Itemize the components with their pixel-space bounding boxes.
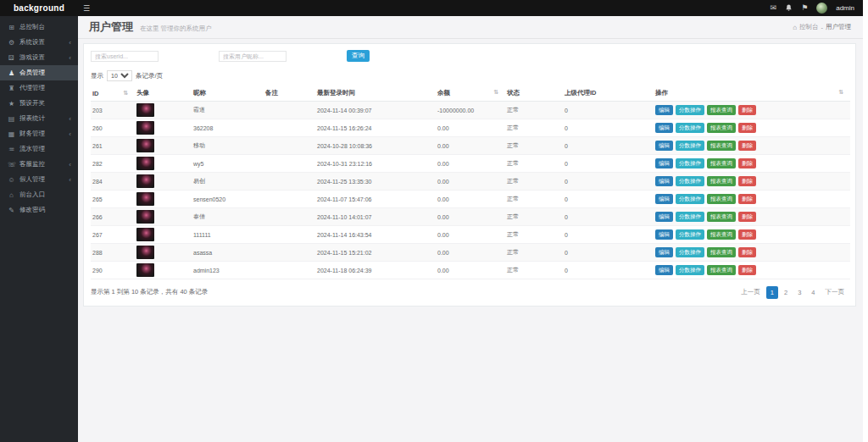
delete-button[interactable]: 删除 (738, 247, 756, 257)
score-operation-button[interactable]: 分数操作 (676, 229, 704, 240)
mail-icon[interactable]: ✉ (771, 4, 777, 12)
entrance-icon: ⌂ (8, 191, 15, 199)
report-query-button[interactable]: 报表查询 (707, 265, 736, 275)
score-operation-button[interactable]: 分数操作 (676, 158, 704, 169)
pagination-next[interactable]: 下一页 (821, 285, 849, 299)
sidebar-item-service[interactable]: ☏客服监控‹ (0, 157, 78, 172)
column-header[interactable]: ⇅ID (91, 86, 135, 102)
delete-button[interactable]: 删除 (738, 229, 756, 240)
score-operation-button[interactable]: 分数操作 (676, 141, 704, 151)
user-avatar-image (136, 263, 154, 277)
sidebar-item-agent[interactable]: ♜代理管理 (0, 80, 78, 96)
cell-agent-id: 0 (563, 155, 654, 173)
pagesize-select[interactable]: 10 (107, 70, 132, 81)
edit-button[interactable]: 编辑 (655, 176, 673, 186)
report-query-button[interactable]: 报表查询 (707, 123, 736, 133)
cell-status: 正常 (505, 119, 563, 137)
delete-button[interactable]: 删除 (738, 265, 756, 275)
delete-button[interactable]: 删除 (738, 105, 756, 115)
cell-agent-id: 0 (563, 102, 654, 119)
cell-balance: 0.00 (436, 119, 505, 137)
search-userid-input[interactable] (91, 51, 159, 62)
cell-nickname: 易创 (192, 173, 264, 191)
cell-remark (264, 226, 315, 244)
sidebar-item-password[interactable]: ✎修改密码 (0, 202, 78, 218)
report-query-button[interactable]: 报表查询 (707, 176, 736, 186)
delete-button[interactable]: 删除 (738, 158, 756, 169)
score-operation-button[interactable]: 分数操作 (676, 247, 704, 257)
search-row: 查询 (84, 44, 855, 67)
column-label: 余额 (437, 89, 450, 97)
sidebar-item-dashboard[interactable]: ⊞总控制台 (0, 19, 78, 35)
pagination-page-1[interactable]: 1 (766, 286, 778, 299)
cell-avatar (135, 173, 192, 191)
report-query-button[interactable]: 报表查询 (707, 212, 736, 222)
column-header[interactable]: ⇅操作 (654, 86, 850, 102)
delete-button[interactable]: 删除 (738, 123, 756, 133)
gear-icon: ⚙ (8, 39, 15, 47)
edit-button[interactable]: 编辑 (655, 212, 673, 222)
sidebar-item-game[interactable]: ⚄游戏设置‹ (0, 50, 78, 65)
sidebar-item-label: 假人管理 (19, 175, 45, 184)
pagination-page-4[interactable]: 4 (807, 286, 819, 299)
edit-button[interactable]: 编辑 (655, 194, 673, 204)
cell-nickname: 362208 (192, 119, 264, 137)
sidebar-item-label: 总控制台 (19, 23, 45, 31)
sidebar-item-preset[interactable]: ★预设开奖 (0, 96, 78, 111)
home-icon: ⌂ (793, 24, 797, 31)
column-header[interactable]: ⇅余额 (436, 86, 505, 102)
score-operation-button[interactable]: 分数操作 (676, 123, 704, 133)
delete-button[interactable]: 删除 (738, 141, 756, 151)
cell-status: 正常 (505, 208, 563, 226)
bell-icon[interactable] (785, 4, 793, 12)
delete-button[interactable]: 删除 (738, 194, 756, 204)
report-query-button[interactable]: 报表查询 (707, 141, 736, 151)
sidebar-item-flow[interactable]: ♒流水管理 (0, 141, 78, 157)
avatar[interactable] (816, 3, 827, 14)
score-operation-button[interactable]: 分数操作 (676, 105, 704, 115)
delete-button[interactable]: 删除 (738, 176, 756, 186)
edit-button[interactable]: 编辑 (655, 265, 673, 275)
edit-button[interactable]: 编辑 (655, 247, 673, 257)
score-operation-button[interactable]: 分数操作 (676, 194, 704, 204)
sidebar-item-bots[interactable]: ☺假人管理‹ (0, 172, 78, 187)
scrollbar[interactable] (863, 0, 868, 442)
edit-button[interactable]: 编辑 (655, 158, 673, 169)
score-operation-button[interactable]: 分数操作 (676, 212, 704, 222)
sidebar-item-report[interactable]: ▤报表统计‹ (0, 111, 78, 126)
score-operation-button[interactable]: 分数操作 (676, 176, 704, 186)
breadcrumb-console[interactable]: 控制台 (799, 23, 819, 31)
query-button[interactable]: 查询 (347, 50, 370, 62)
search-nickname-input[interactable] (219, 51, 287, 62)
edit-button[interactable]: 编辑 (655, 141, 673, 151)
cell-remark (264, 155, 315, 173)
sidebar-item-entrance[interactable]: ⌂前台入口 (0, 187, 78, 202)
sidebar-item-users[interactable]: ♟会员管理 (0, 65, 78, 80)
pagination-page-3[interactable]: 3 (793, 286, 805, 299)
sort-icon[interactable]: ⇅ (838, 89, 843, 96)
column-label: 头像 (136, 89, 149, 97)
cell-last-login: 2024-10-28 10:08:36 (315, 137, 436, 155)
user-avatar-image (136, 103, 154, 117)
score-operation-button[interactable]: 分数操作 (676, 265, 704, 275)
report-query-button[interactable]: 报表查询 (707, 105, 736, 115)
report-query-button[interactable]: 报表查询 (707, 247, 736, 257)
edit-button[interactable]: 编辑 (655, 229, 673, 240)
report-query-button[interactable]: 报表查询 (707, 158, 736, 169)
pagination-page-2[interactable]: 2 (780, 286, 792, 299)
sidebar-item-finance[interactable]: ▦财务管理‹ (0, 126, 78, 141)
sidebar-item-gear[interactable]: ⚙系统设置‹ (0, 35, 78, 50)
edit-button[interactable]: 编辑 (655, 105, 673, 115)
delete-button[interactable]: 删除 (738, 212, 756, 222)
report-query-button[interactable]: 报表查询 (707, 194, 736, 204)
hamburger-icon[interactable]: ☰ (83, 4, 90, 13)
sort-icon[interactable]: ⇅ (493, 89, 498, 96)
breadcrumb: ⌂ 控制台 - 用户管理 (793, 23, 851, 31)
main-content: 用户管理 在这里 管理你的系统用户 ⌂ 控制台 - 用户管理 查询 显示 10 … (78, 16, 863, 442)
pagination-prev[interactable]: 上一页 (737, 285, 765, 299)
flag-icon[interactable]: ⚑ (801, 4, 808, 12)
user-menu[interactable]: admin (836, 4, 854, 12)
sort-icon[interactable]: ⇅ (123, 90, 128, 97)
report-query-button[interactable]: 报表查询 (707, 229, 736, 240)
edit-button[interactable]: 编辑 (655, 123, 673, 133)
